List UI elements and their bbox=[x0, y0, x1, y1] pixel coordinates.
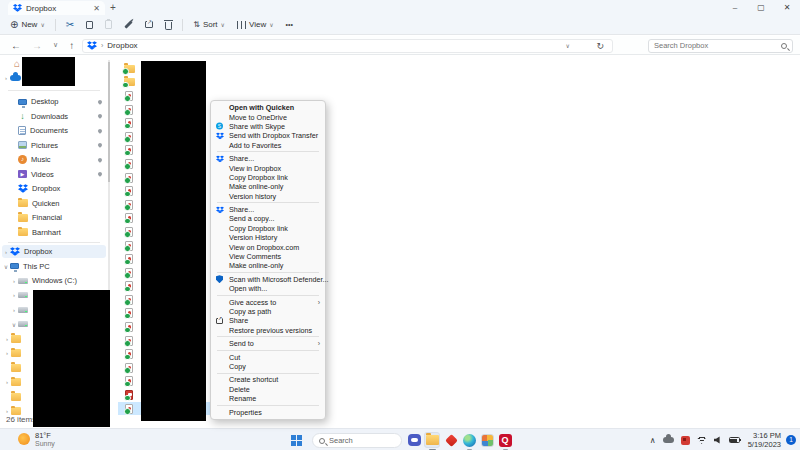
context-menu-item-send-with-dropbox-transfer[interactable]: Send with Dropbox Transfer › bbox=[211, 131, 325, 140]
back-button[interactable]: ← bbox=[11, 40, 21, 51]
breadcrumb-item-dropbox[interactable]: Dropbox bbox=[107, 41, 137, 50]
recent-locations-button[interactable]: ∨ bbox=[53, 41, 58, 49]
taskbar-app-chat[interactable] bbox=[406, 432, 422, 448]
forward-button[interactable]: → bbox=[32, 40, 42, 51]
start-button[interactable] bbox=[288, 432, 304, 448]
context-menu-item-send-a-copy[interactable]: Send a copy... › bbox=[211, 214, 325, 223]
sort-button[interactable]: ⇅ Sort ∨ bbox=[187, 17, 231, 33]
chevron-right-icon[interactable]: › bbox=[3, 350, 11, 356]
dropbox-icon bbox=[216, 155, 224, 162]
onedrive-tray-icon[interactable] bbox=[663, 437, 674, 443]
context-menu-item-copy-as-path[interactable]: Copy as path › bbox=[211, 307, 325, 316]
sidebar-item-barnhart[interactable]: Barnhart bbox=[2, 226, 106, 239]
sidebar-item-quicken[interactable]: Quicken bbox=[2, 197, 106, 210]
chevron-down-icon[interactable]: ∨ bbox=[2, 263, 10, 270]
context-menu-item-share[interactable]: Share › bbox=[211, 316, 325, 325]
more-options-button[interactable]: ••• bbox=[280, 17, 299, 33]
sidebar-item-desktop[interactable]: Desktop bbox=[2, 95, 106, 108]
battery-icon[interactable] bbox=[729, 437, 740, 443]
chevron-right-icon[interactable]: › bbox=[2, 249, 10, 255]
maximize-button[interactable]: ▢ bbox=[748, 0, 774, 15]
context-menu-item-send-to[interactable]: Send to › bbox=[211, 339, 325, 348]
context-menu-item-restore-previous-versions[interactable]: Restore previous versions › bbox=[211, 326, 325, 335]
taskbar-search-box[interactable]: Search bbox=[312, 433, 402, 448]
new-tab-button[interactable]: + bbox=[110, 2, 116, 13]
context-menu-item-delete[interactable]: Delete › bbox=[211, 385, 325, 394]
chevron-right-icon[interactable]: › bbox=[10, 278, 18, 284]
sidebar-tree-windows-c[interactable]: › Windows (C:) bbox=[2, 274, 106, 287]
view-button[interactable]: View ∨ bbox=[231, 17, 280, 33]
sidebar-tree-this-pc[interactable]: ∨ This PC bbox=[2, 260, 106, 273]
sidebar-item-downloads[interactable]: ↓ Downloads bbox=[2, 110, 106, 123]
copy-button[interactable] bbox=[80, 17, 99, 33]
context-menu-item-view-on-dropbox-com[interactable]: View on Dropbox.com › bbox=[211, 242, 325, 251]
rename-button[interactable] bbox=[118, 17, 139, 33]
chevron-right-icon[interactable]: › bbox=[2, 75, 10, 81]
taskbar-app-red-diamond[interactable] bbox=[443, 432, 459, 448]
taskbar-app-quicken[interactable]: Q bbox=[497, 432, 513, 448]
share-button[interactable] bbox=[139, 17, 159, 33]
context-menu-item-make-online-only[interactable]: Make online-only › bbox=[211, 182, 325, 191]
chevron-right-icon[interactable]: › bbox=[10, 292, 18, 298]
weather-widget[interactable]: 81°F Sunny bbox=[18, 431, 55, 447]
delete-button[interactable] bbox=[159, 17, 178, 33]
refresh-icon[interactable]: ↻ bbox=[596, 41, 604, 51]
context-menu-item-share-with-skype[interactable]: S Share with Skype › bbox=[211, 122, 325, 131]
paste-button[interactable] bbox=[99, 17, 118, 33]
explorer-tab-dropbox[interactable]: Dropbox ✕ bbox=[8, 1, 105, 15]
close-button[interactable]: ✕ bbox=[774, 0, 800, 15]
tab-close-icon[interactable]: ✕ bbox=[93, 4, 100, 13]
context-menu-item-copy-dropbox-link[interactable]: Copy Dropbox link › bbox=[211, 173, 325, 182]
notification-count-badge[interactable]: 1 bbox=[786, 435, 796, 445]
context-menu-item-add-to-favorites[interactable]: Add to Favorites › bbox=[211, 141, 325, 150]
sidebar-item-music[interactable]: ♪ Music bbox=[2, 153, 106, 166]
context-menu-item-version-history[interactable]: Version History › bbox=[211, 233, 325, 242]
chevron-right-icon[interactable]: › bbox=[10, 307, 18, 313]
address-dropdown-icon[interactable]: ∨ bbox=[566, 42, 570, 49]
minimize-button[interactable]: – bbox=[722, 0, 748, 15]
new-button[interactable]: ⊕ New ∨ bbox=[4, 17, 51, 33]
context-menu-item-view-in-dropbox[interactable]: View in Dropbox › bbox=[211, 163, 325, 172]
wifi-icon[interactable] bbox=[697, 436, 707, 444]
volume-icon[interactable] bbox=[714, 436, 722, 444]
chevron-right-icon[interactable]: › bbox=[3, 379, 11, 385]
sidebar-scrollbar-thumb[interactable] bbox=[108, 62, 110, 182]
context-menu-item-scan-with-microsoft-defender[interactable]: Scan with Microsoft Defender... › bbox=[211, 275, 325, 284]
cut-button[interactable]: ✂ bbox=[60, 17, 80, 33]
context-menu-item-copy-dropbox-link[interactable]: Copy Dropbox link › bbox=[211, 224, 325, 233]
sidebar-tree-dropbox[interactable]: › Dropbox bbox=[2, 245, 106, 258]
chevron-right-icon[interactable]: › bbox=[3, 408, 11, 414]
context-menu-item-properties[interactable]: Properties › bbox=[211, 407, 325, 416]
sidebar-item-label: Dropbox bbox=[32, 184, 106, 193]
sidebar-item-financial[interactable]: Financial bbox=[2, 211, 106, 224]
context-menu-item-version-history[interactable]: Version history › bbox=[211, 192, 325, 201]
context-menu-item-copy[interactable]: Copy › bbox=[211, 362, 325, 371]
taskbar-app-photos[interactable] bbox=[479, 432, 495, 448]
context-menu-item-view-comments[interactable]: View Comments › bbox=[211, 252, 325, 261]
search-box[interactable] bbox=[648, 39, 793, 53]
context-menu-item-open-with[interactable]: Open with... › bbox=[211, 284, 325, 293]
hidden-icons-chevron[interactable]: ∧ bbox=[650, 436, 656, 445]
up-button[interactable]: ↑ bbox=[69, 40, 74, 51]
context-menu-item-open-with-quicken[interactable]: Open with Quicken › bbox=[211, 103, 325, 112]
taskbar-app-edge[interactable] bbox=[461, 432, 477, 448]
sidebar-item-dropbox-pinned[interactable]: Dropbox bbox=[2, 182, 106, 195]
context-menu-item-create-shortcut[interactable]: Create shortcut › bbox=[211, 375, 325, 384]
search-input[interactable] bbox=[654, 41, 781, 50]
context-menu-item-share[interactable]: Share... › bbox=[211, 154, 325, 163]
taskbar-clock[interactable]: 3:16 PM 5/19/2023 bbox=[748, 431, 781, 450]
sidebar-item-documents[interactable]: Documents bbox=[2, 124, 106, 137]
context-menu-item-give-access-to[interactable]: Give access to › bbox=[211, 297, 325, 306]
context-menu-item-rename[interactable]: Rename › bbox=[211, 394, 325, 403]
breadcrumb[interactable]: › Dropbox ∨ ↻ bbox=[82, 39, 613, 53]
sidebar-item-videos[interactable]: ▶ Videos bbox=[2, 168, 106, 181]
tray-app-icon[interactable] bbox=[681, 436, 690, 445]
context-menu-item-cut[interactable]: Cut › bbox=[211, 352, 325, 361]
chevron-down-icon[interactable]: ∨ bbox=[10, 321, 18, 328]
context-menu-item-share[interactable]: Share... › bbox=[211, 205, 325, 214]
taskbar-app-file-explorer[interactable] bbox=[424, 432, 440, 448]
sidebar-item-pictures[interactable]: Pictures bbox=[2, 139, 106, 152]
chevron-right-icon[interactable]: › bbox=[3, 336, 11, 342]
context-menu-item-move-to-onedrive[interactable]: Move to OneDrive › bbox=[211, 112, 325, 121]
context-menu-item-make-online-only[interactable]: Make online-only › bbox=[211, 261, 325, 270]
